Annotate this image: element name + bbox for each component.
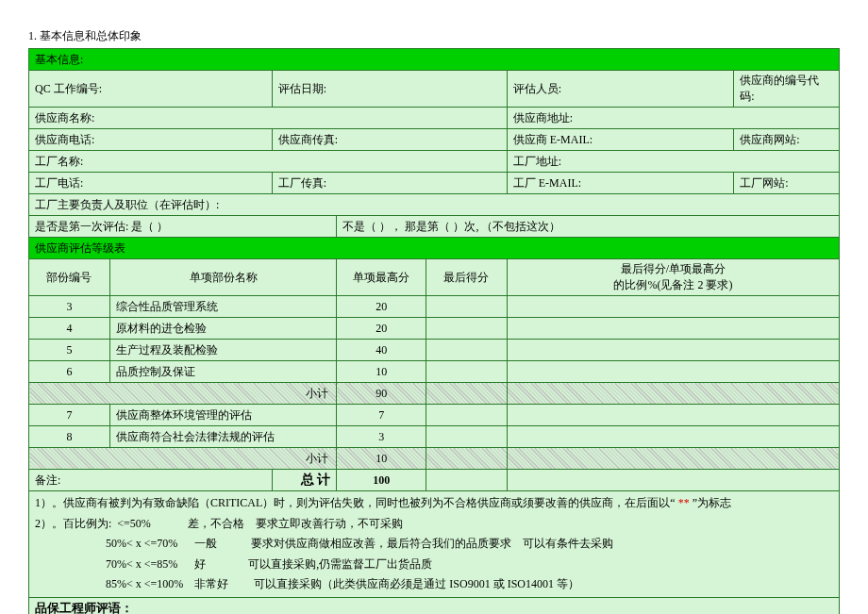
row-6-name: 品质控制及保证: [109, 361, 337, 383]
row-3-no: 3: [29, 296, 110, 318]
label-evaluator: 评估人员:: [507, 71, 734, 108]
label-supplier-name: 供应商名称:: [29, 108, 508, 129]
total-ratio: [507, 470, 839, 491]
row-5-no: 5: [29, 340, 110, 361]
row-7-ratio: [507, 405, 839, 426]
label-qc-no: QC 工作编号:: [29, 71, 273, 108]
label-supplier-fax: 供应商传真:: [272, 129, 507, 151]
row-8-max: 3: [337, 426, 426, 448]
row-6-max: 10: [337, 361, 426, 383]
row-8-final: [426, 426, 507, 448]
label-first-eval-no: 不是（ ）， 那是第（ ）次, （不包括这次）: [337, 216, 840, 238]
label-supplier-tel: 供应商电话:: [29, 129, 273, 151]
total-final: [426, 470, 507, 491]
label-factory-email: 工厂 E-MAIL:: [507, 173, 734, 194]
subtotal-2-val: 10: [337, 448, 426, 470]
total-val: 100: [337, 470, 426, 491]
label-factory-web: 工厂网站:: [734, 173, 840, 194]
row-3-ratio: [507, 296, 839, 318]
col-max: 单项最高分: [337, 259, 426, 296]
row-8-no: 8: [29, 426, 110, 448]
row-7-no: 7: [29, 405, 110, 426]
col-part-name: 单项部份名称: [109, 259, 337, 296]
row-3-name: 综合性品质管理系统: [109, 296, 337, 318]
label-factory-fax: 工厂传真:: [272, 173, 507, 194]
row-4-ratio: [507, 318, 839, 340]
row-5-ratio: [507, 340, 839, 361]
qa-engineer-comment: 品保工程师评语：: [29, 597, 840, 614]
subtotal-2-ratio: [507, 448, 839, 470]
row-5-name: 生产过程及装配检验: [109, 340, 337, 361]
col-final: 最后得分: [426, 259, 507, 296]
col-ratio: 最后得分/单项最高分的比例%(见备注 2 要求): [507, 259, 839, 296]
row-7-max: 7: [337, 405, 426, 426]
row-6-ratio: [507, 361, 839, 383]
col-part-no: 部份编号: [29, 259, 110, 296]
label-supplier-addr: 供应商地址:: [507, 108, 839, 129]
subtotal-1-val: 90: [337, 383, 426, 405]
heading-basic-info: 1. 基本信息和总体印象: [28, 28, 840, 44]
label-factory-tel: 工厂电话:: [29, 173, 273, 194]
basic-info-header: 基本信息:: [29, 49, 840, 71]
row-5-max: 40: [337, 340, 426, 361]
total-label: 总 计: [272, 470, 337, 491]
subtotal-1-final: [426, 383, 507, 405]
subtotal-1-label: 小计: [29, 383, 337, 405]
row-4-name: 原材料的进仓检验: [109, 318, 337, 340]
row-4-max: 20: [337, 318, 426, 340]
subtotal-2-label: 小计: [29, 448, 337, 470]
label-factory-name: 工厂名称:: [29, 151, 508, 173]
row-8-ratio: [507, 426, 839, 448]
label-supplier-code: 供应商的编号代码:: [734, 71, 840, 108]
label-first-eval-yes: 是否是第一次评估: 是（ ）: [29, 216, 337, 238]
row-6-no: 6: [29, 361, 110, 383]
row-3-max: 20: [337, 296, 426, 318]
row-4-no: 4: [29, 318, 110, 340]
label-factory-addr: 工厂地址:: [507, 151, 839, 173]
label-supplier-email: 供应商 E-MAIL:: [507, 129, 734, 151]
row-5-final: [426, 340, 507, 361]
grade-header: 供应商评估等级表: [29, 238, 840, 259]
row-7-final: [426, 405, 507, 426]
label-factory-person: 工厂主要负责人及职位（在评估时）:: [29, 194, 840, 216]
label-supplier-web: 供应商网站:: [734, 129, 840, 151]
row-3-final: [426, 296, 507, 318]
row-6-final: [426, 361, 507, 383]
notes-block: 1）。供应商有被判为有致命缺陷（CRITICAL）时，则为评估失败，同时也被列为…: [29, 491, 840, 598]
subtotal-1-ratio: [507, 383, 839, 405]
main-table: 基本信息: QC 工作编号: 评估日期: 评估人员: 供应商的编号代码: 供应商…: [28, 48, 840, 614]
row-7-name: 供应商整体环境管理的评估: [109, 405, 337, 426]
subtotal-2-final: [426, 448, 507, 470]
label-eval-date: 评估日期:: [272, 71, 507, 108]
row-4-final: [426, 318, 507, 340]
row-8-name: 供应商符合社会法律法规的评估: [109, 426, 337, 448]
note-label: 备注:: [29, 470, 273, 491]
